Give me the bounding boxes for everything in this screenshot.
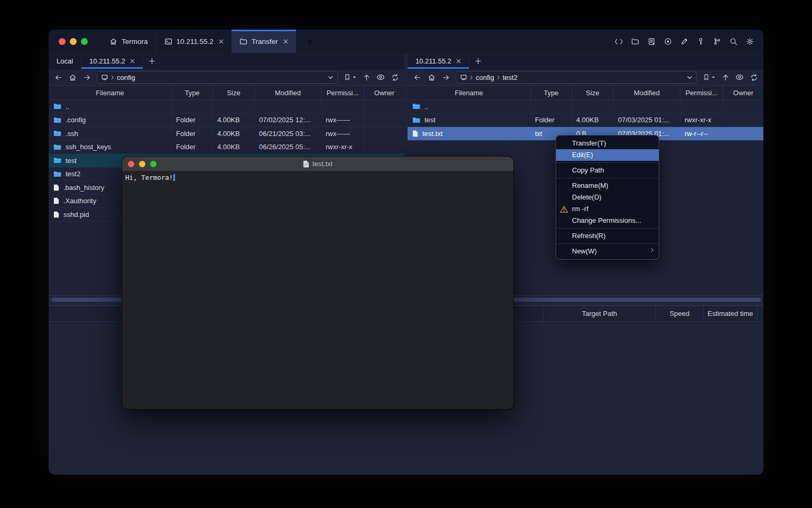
left-parent-directory-button[interactable] xyxy=(362,73,371,81)
file-row-ssh[interactable]: .sshFolder4.00KB06/21/2025 03:...rwx----… xyxy=(49,127,404,141)
left-panel-tab-10-211-55-2[interactable]: 10.211.55.2 xyxy=(81,53,143,69)
host-icon xyxy=(101,74,108,81)
folder-icon xyxy=(412,103,420,110)
zoom-window-button[interactable] xyxy=(81,38,88,45)
menu-item-rename[interactable]: Rename(M) xyxy=(556,180,659,192)
file-permissions-cell xyxy=(680,100,723,113)
menu-item-transfer[interactable]: Transfer(T) xyxy=(556,138,659,149)
menu-item-refresh[interactable]: Refresh(R) xyxy=(556,230,659,242)
folder-icon xyxy=(53,171,61,177)
menu-item-label: Transfer(T) xyxy=(572,139,606,147)
editor-minimize-button[interactable] xyxy=(139,161,145,167)
minimize-window-button[interactable] xyxy=(70,38,77,45)
file-permissions-cell: rwx------ xyxy=(321,127,364,140)
column-header-size[interactable]: Size xyxy=(213,86,255,99)
left-panel-tab-local[interactable]: Local xyxy=(49,53,81,69)
close-tab-icon[interactable] xyxy=(283,39,288,44)
left-forward-button[interactable] xyxy=(82,73,91,81)
left-bookmark-button[interactable] xyxy=(344,74,356,81)
right-bookmark-button[interactable] xyxy=(703,74,715,81)
new-right-panel-tab-button[interactable] xyxy=(469,53,487,69)
column-header-filename[interactable]: Filename xyxy=(49,86,172,99)
close-tab-icon[interactable] xyxy=(130,59,135,64)
column-header-owner[interactable]: Owner xyxy=(364,86,404,99)
file-owner-cell xyxy=(723,127,763,140)
left-show-hidden-files-button[interactable] xyxy=(376,73,385,81)
column-header-permissi[interactable]: Permissi... xyxy=(680,86,723,99)
column-header-modified[interactable]: Modified xyxy=(614,86,680,99)
file-row-test[interactable]: testFolder4.00KB07/03/2025 01:...rwxr-xr… xyxy=(408,114,763,128)
file-row-config[interactable]: .configFolder4.00KB07/02/2025 12:...rwx-… xyxy=(49,114,404,128)
right-forward-button[interactable] xyxy=(441,73,450,81)
right-panel-tab-10-211-55-2[interactable]: 10.211.55.2 xyxy=(408,53,469,69)
window-tab-termora[interactable]: Termora xyxy=(102,30,156,53)
path-segment-config[interactable]: config xyxy=(117,74,135,81)
column-header-permissi[interactable]: Permissi... xyxy=(321,86,364,99)
editor-zoom-button[interactable] xyxy=(150,161,156,167)
menu-item-delete[interactable]: Delete(D) xyxy=(556,192,659,203)
path-segment-test2[interactable]: test2 xyxy=(503,74,518,81)
left-path-input[interactable]: config xyxy=(97,71,338,84)
close-window-button[interactable] xyxy=(59,38,66,45)
key-icon[interactable] xyxy=(696,37,705,46)
editor-content[interactable]: Hi, Termora! xyxy=(122,171,513,185)
right-home-button[interactable] xyxy=(427,73,436,81)
transfer-column-speed[interactable]: Speed xyxy=(656,306,703,321)
close-tab-icon[interactable] xyxy=(456,59,461,64)
file-permissions-cell: rw-r--r-- xyxy=(680,127,723,140)
path-dropdown-icon[interactable] xyxy=(687,76,693,79)
pencil-icon[interactable] xyxy=(680,37,689,46)
column-header-size[interactable]: Size xyxy=(572,86,614,99)
column-header-owner[interactable]: Owner xyxy=(723,86,763,99)
keychain-icon[interactable] xyxy=(713,37,722,46)
column-header-type[interactable]: Type xyxy=(172,86,213,99)
right-show-hidden-files-button[interactable] xyxy=(735,73,744,81)
transfer-column-estimated-time[interactable]: Estimated time xyxy=(703,306,757,321)
gear-icon[interactable] xyxy=(745,37,754,46)
host-icon xyxy=(460,74,467,81)
column-header-filename[interactable]: Filename xyxy=(408,86,531,99)
file-permissions-cell xyxy=(321,100,364,113)
menu-item-rm-rf[interactable]: rm -rf xyxy=(556,203,659,215)
left-back-button[interactable] xyxy=(54,73,62,81)
folder-icon[interactable] xyxy=(631,37,640,46)
menu-item-copy-path[interactable]: Copy Path xyxy=(556,165,659,176)
search-icon[interactable] xyxy=(729,37,738,46)
close-tab-icon[interactable] xyxy=(219,39,224,44)
right-parent-directory-button[interactable] xyxy=(721,73,730,81)
window-tab-transfer[interactable]: Transfer xyxy=(232,30,296,53)
submenu-arrow-icon xyxy=(651,248,654,252)
menu-item-label: Delete(D) xyxy=(572,193,602,201)
window-tab-10-211-55-2[interactable]: 10.211.55.2 xyxy=(156,30,232,53)
record-icon[interactable] xyxy=(663,37,672,46)
file-type-cell: Folder xyxy=(531,114,572,127)
new-left-panel-tab-button[interactable] xyxy=(143,53,161,69)
right-refresh-button[interactable] xyxy=(750,73,758,81)
menu-item-new[interactable]: New(W) xyxy=(556,246,659,257)
file-row-[interactable]: .. xyxy=(408,100,763,114)
home-icon xyxy=(109,38,117,46)
menu-item-change-permissions[interactable]: Change Permissions... xyxy=(556,215,659,226)
file-row-ssh-host-keys[interactable]: ssh_host_keysFolder4.00KB06/26/2025 05:.… xyxy=(49,141,404,155)
code-icon[interactable] xyxy=(614,37,623,46)
file-modified-cell: 07/02/2025 12:... xyxy=(255,114,321,127)
right-back-button[interactable] xyxy=(413,73,421,81)
new-window-tab-button[interactable] xyxy=(304,35,316,48)
left-home-button[interactable] xyxy=(68,73,77,81)
editor-close-button[interactable] xyxy=(128,161,134,167)
right-path-input[interactable]: configtest2 xyxy=(456,71,697,84)
path-separator-icon xyxy=(470,75,473,80)
path-dropdown-icon[interactable] xyxy=(328,76,334,79)
file-name-cell: .ssh xyxy=(49,127,172,140)
transfer-column-target-path[interactable]: Target Path xyxy=(543,306,656,321)
column-header-type[interactable]: Type xyxy=(531,86,572,99)
left-refresh-button[interactable] xyxy=(391,73,399,81)
column-header-modified[interactable]: Modified xyxy=(255,86,321,99)
menu-separator xyxy=(556,243,659,244)
text-cursor xyxy=(173,174,175,181)
menu-item-edit[interactable]: Edit(E) xyxy=(556,149,659,161)
path-segment-config[interactable]: config xyxy=(476,74,494,81)
file-row-[interactable]: .. xyxy=(49,100,404,114)
log-icon[interactable] xyxy=(647,37,656,46)
panel-tab-label: 10.211.55.2 xyxy=(89,57,125,65)
